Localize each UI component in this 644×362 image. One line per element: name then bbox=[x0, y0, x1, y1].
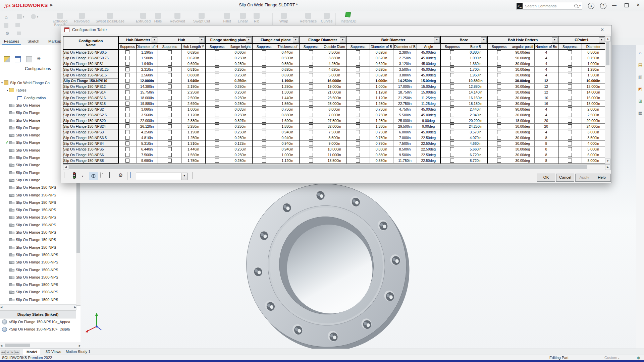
suppress-checkbox[interactable] bbox=[568, 96, 572, 100]
suppress-checkbox[interactable] bbox=[262, 79, 266, 83]
table-cell[interactable]: 19.880in bbox=[136, 101, 158, 107]
table-cell[interactable] bbox=[558, 67, 582, 72]
configuration-name-cell[interactable]: Slip On Flange 150-NPS1 bbox=[63, 61, 118, 67]
table-cell[interactable] bbox=[487, 55, 511, 61]
suppress-checkbox[interactable] bbox=[309, 107, 313, 111]
suppress-checkbox[interactable] bbox=[125, 50, 129, 54]
table-cell[interactable] bbox=[205, 61, 229, 67]
tree-item[interactable]: Slip On Flange bbox=[9, 102, 40, 109]
suppress-checkbox[interactable] bbox=[215, 107, 219, 111]
table-row[interactable]: Slip On Flange 150-NPS1819.880in2.690in0… bbox=[63, 101, 605, 107]
table-cell[interactable]: 4 bbox=[534, 61, 558, 67]
expander-icon[interactable]: ▾ bbox=[7, 89, 8, 92]
suppress-checkbox[interactable] bbox=[262, 136, 266, 140]
table-cell[interactable]: 21.000in bbox=[323, 89, 346, 95]
suppress-checkbox[interactable] bbox=[215, 96, 219, 100]
table-cell[interactable] bbox=[440, 107, 464, 112]
table-cell[interactable] bbox=[440, 101, 464, 107]
table-cell[interactable]: 30.00deg bbox=[511, 141, 534, 146]
suppress-checkbox[interactable] bbox=[215, 141, 219, 145]
undo-icon[interactable] bbox=[31, 14, 36, 19]
configuration-table[interactable]: ConfigurationNameHub Diameter▾Hub▾Flange… bbox=[63, 36, 605, 164]
suppress-checkbox[interactable] bbox=[497, 102, 501, 106]
suppress-checkbox[interactable] bbox=[497, 56, 501, 60]
suppress-checkbox[interactable] bbox=[450, 147, 454, 151]
suppress-checkbox[interactable] bbox=[262, 130, 266, 134]
table-cell[interactable]: 30.00deg bbox=[511, 164, 534, 164]
configuration-name-cell[interactable]: Slip On Flange 150-NPS6 bbox=[63, 152, 118, 158]
filter-icon[interactable] bbox=[64, 172, 71, 180]
table-cell[interactable] bbox=[299, 141, 323, 146]
table-cell[interactable]: 0.560in bbox=[276, 61, 299, 67]
rebuild-icon[interactable] bbox=[17, 32, 21, 35]
table-cell[interactable]: 12.880in bbox=[464, 84, 487, 89]
table-cell[interactable] bbox=[118, 67, 136, 72]
configuration-name-cell[interactable]: Slip On Flange 1500-NPS0.5 bbox=[63, 164, 118, 164]
table-cell[interactable]: 5.000in bbox=[323, 72, 346, 78]
table-cell[interactable] bbox=[205, 50, 229, 55]
table-cell[interactable] bbox=[158, 141, 181, 146]
table-cell[interactable]: 2.880in bbox=[181, 118, 205, 124]
configuration-name-cell[interactable]: Slip On Flange 150-NPS1.5 bbox=[63, 72, 118, 78]
table-cell[interactable] bbox=[440, 50, 464, 55]
table-cell[interactable]: 1.000in bbox=[582, 61, 605, 67]
table-cell[interactable] bbox=[440, 78, 464, 84]
tree-item[interactable]: ✓Slip On Flange bbox=[5, 139, 40, 146]
suppress-checkbox[interactable] bbox=[497, 159, 501, 163]
table-cell[interactable]: 0.750in bbox=[370, 112, 393, 118]
table-cell[interactable] bbox=[299, 72, 323, 78]
table-cell[interactable]: 5.310in bbox=[136, 141, 158, 146]
table-cell[interactable]: 9.500in bbox=[393, 152, 417, 158]
tree-item[interactable]: Slip On Flange 150-NPS bbox=[9, 229, 56, 236]
suppress-checkbox[interactable] bbox=[168, 79, 172, 83]
table-row[interactable]: Slip On Flange 150-NPS1618.000in2.500in0… bbox=[63, 95, 605, 101]
table-cell[interactable]: 32.000in bbox=[323, 124, 346, 129]
toolbar-tool-icon[interactable] bbox=[199, 13, 205, 19]
table-cell[interactable]: 0.250in bbox=[229, 124, 252, 129]
dimxpert-tab-icon[interactable]: ⊕ bbox=[37, 56, 41, 61]
suppress-checkbox[interactable] bbox=[497, 67, 501, 71]
toolbar-tool-icon[interactable] bbox=[305, 13, 311, 19]
tree-item[interactable]: Slip On Flange bbox=[9, 169, 40, 176]
table-cell[interactable]: 30.00deg bbox=[511, 129, 534, 135]
suppress-checkbox[interactable] bbox=[168, 141, 172, 145]
table-cell[interactable]: 10.000in bbox=[582, 78, 605, 84]
suppress-checkbox[interactable] bbox=[262, 73, 266, 77]
appearances-icon[interactable]: ⊞ bbox=[638, 99, 643, 104]
tab-sketch[interactable]: Sketch bbox=[25, 39, 41, 44]
table-cell[interactable]: 1.380in bbox=[276, 89, 299, 95]
configuration-name-cell[interactable]: Slip On Flange 150-NPS14 bbox=[63, 89, 118, 95]
suppress-checkbox[interactable] bbox=[168, 62, 172, 66]
table-cell[interactable]: 0.250in bbox=[229, 129, 252, 135]
suppress-checkbox[interactable] bbox=[497, 79, 501, 83]
suppress-checkbox[interactable] bbox=[450, 102, 454, 106]
suppress-checkbox[interactable] bbox=[497, 90, 501, 94]
table-cell[interactable] bbox=[487, 89, 511, 95]
table-cell[interactable]: 2.500in bbox=[582, 112, 605, 118]
table-cell[interactable] bbox=[558, 107, 582, 112]
table-cell[interactable] bbox=[205, 164, 229, 164]
table-cell[interactable]: 1.250in bbox=[276, 84, 299, 89]
search-scope-icon[interactable]: >_ bbox=[517, 3, 523, 9]
table-cell[interactable] bbox=[487, 146, 511, 152]
design-library-icon[interactable]: ▤ bbox=[638, 62, 643, 68]
table-cell[interactable] bbox=[205, 95, 229, 101]
tree-item[interactable]: Slip On Flange 150-NPS bbox=[9, 244, 56, 251]
table-cell[interactable]: 2.380in bbox=[393, 50, 417, 55]
suppress-checkbox[interactable] bbox=[497, 153, 501, 157]
suppress-checkbox[interactable] bbox=[497, 96, 501, 100]
tree-item[interactable]: Slip On Flange 150-NPS bbox=[9, 206, 56, 213]
table-cell[interactable]: 3.000in bbox=[582, 129, 605, 135]
table-cell[interactable] bbox=[252, 72, 276, 78]
feature-manager-tab-icon[interactable] bbox=[4, 56, 10, 62]
suppress-checkbox[interactable] bbox=[309, 67, 313, 71]
table-row[interactable]: Slip On Flange 150-NPS2022.000in2.880in0… bbox=[63, 118, 605, 124]
table-cell[interactable] bbox=[346, 152, 370, 158]
table-cell[interactable] bbox=[252, 152, 276, 158]
table-cell[interactable] bbox=[487, 112, 511, 118]
toolbar-label[interactable]: Revolved bbox=[167, 19, 188, 23]
suppress-checkbox[interactable] bbox=[497, 130, 501, 134]
table-cell[interactable]: 2.750in bbox=[393, 55, 417, 61]
table-cell[interactable]: 3.880in bbox=[323, 55, 346, 61]
table-cell[interactable] bbox=[158, 152, 181, 158]
